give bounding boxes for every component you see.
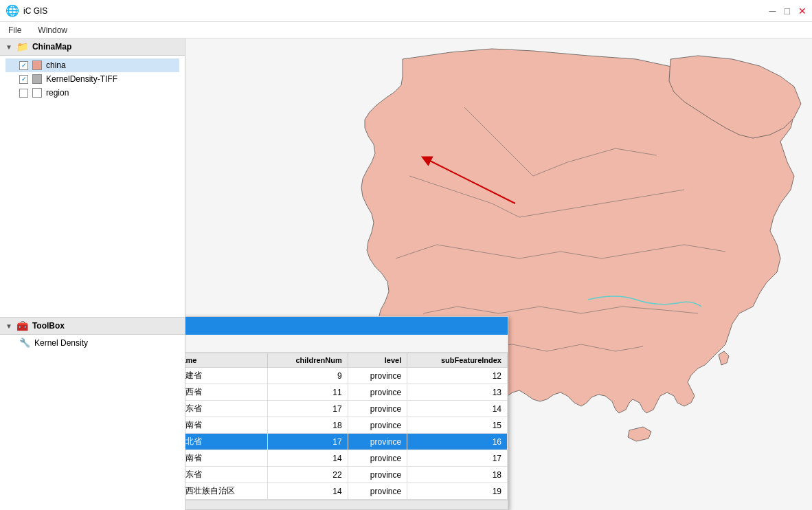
app-icon: 🌐 bbox=[5, 4, 19, 17]
table-row[interactable]: 1817430000湖南省14province17 bbox=[185, 450, 508, 467]
cell-level: province bbox=[348, 467, 407, 483]
close-button[interactable]: ✕ bbox=[798, 5, 807, 16]
cell-childrennum: 17 bbox=[267, 434, 348, 450]
col-header-level: level bbox=[348, 353, 407, 368]
cell-childrennum: 9 bbox=[267, 368, 348, 384]
cell-level: province bbox=[348, 483, 407, 500]
window-controls: ─ □ ✕ bbox=[769, 5, 807, 16]
cell-subfeatureindex: 17 bbox=[407, 450, 508, 467]
cell-childrennum: 18 bbox=[267, 417, 348, 434]
cell-subfeatureindex: 18 bbox=[407, 467, 508, 483]
layer-item-kerneldensity[interactable]: KernelDensity-TIFF bbox=[5, 72, 179, 86]
cell-name: 河南省 bbox=[185, 417, 267, 434]
map-area[interactable]: 🌐 Attribute Table ✕ FID adcode name chil… bbox=[185, 38, 812, 510]
table-row[interactable]: 1716420000湖北省17province16 bbox=[185, 434, 508, 450]
layer-checkbox-region[interactable] bbox=[19, 89, 28, 98]
col-header-subfeatureindex: subFeatureIndex bbox=[407, 353, 508, 368]
attr-table: FID adcode name childrenNum level subFea… bbox=[185, 353, 508, 500]
layer-panel: ▼ 📁 ChinaMap china KernelDensity-TIFF bbox=[0, 38, 185, 318]
cell-childrennum: 14 bbox=[267, 483, 348, 500]
attr-scroll-bottom: < bbox=[185, 500, 508, 509]
layer-panel-chevron[interactable]: ▼ bbox=[5, 43, 12, 51]
toolbox-chevron[interactable]: ▼ bbox=[5, 322, 12, 330]
layer-item-china[interactable]: china bbox=[5, 58, 179, 72]
table-row[interactable]: 1615410000河南省18province15 bbox=[185, 417, 508, 434]
cell-level: province bbox=[348, 401, 407, 417]
layer-group: china KernelDensity-TIFF region bbox=[0, 56, 185, 102]
cell-name: 广东省 bbox=[185, 467, 267, 483]
layer-color-region bbox=[32, 88, 42, 98]
attr-table-header: 🌐 Attribute Table bbox=[185, 317, 508, 335]
cell-name: 江西省 bbox=[185, 384, 267, 401]
cell-level: province bbox=[348, 450, 407, 467]
cell-subfeatureindex: 19 bbox=[407, 483, 508, 500]
cell-name: 湖北省 bbox=[185, 434, 267, 450]
cell-subfeatureindex: 16 bbox=[407, 434, 508, 450]
table-row[interactable]: 2019450000广西壮族自治区14province19 bbox=[185, 483, 508, 500]
folder-icon: 📁 bbox=[16, 41, 28, 52]
menubar: File Window bbox=[0, 22, 812, 38]
table-row[interactable]: 1918440000广东省22province18 bbox=[185, 467, 508, 483]
attr-table-body: 1312350000福建省9province121413360000江西省11p… bbox=[185, 368, 508, 500]
cell-level: province bbox=[348, 417, 407, 434]
titlebar: 🌐 iC GIS ─ □ ✕ bbox=[0, 0, 812, 22]
menu-file[interactable]: File bbox=[5, 24, 24, 36]
layer-name-china: china bbox=[46, 60, 66, 70]
cell-name: 广西壮族自治区 bbox=[185, 483, 267, 500]
attr-table-close-row: ✕ bbox=[185, 335, 508, 353]
toolbox-icon: 🧰 bbox=[16, 320, 28, 331]
layer-checkbox-kerneldensity[interactable] bbox=[19, 75, 28, 84]
layer-color-china bbox=[32, 60, 42, 70]
cell-childrennum: 14 bbox=[267, 450, 348, 467]
cell-subfeatureindex: 13 bbox=[407, 384, 508, 401]
layer-group-name: ChinaMap bbox=[32, 42, 71, 52]
table-row[interactable]: 1413360000江西省11province13 bbox=[185, 384, 508, 401]
left-panel: ▼ 📁 ChinaMap china KernelDensity-TIFF bbox=[0, 38, 185, 510]
attr-table-scroll[interactable]: FID adcode name childrenNum level subFea… bbox=[185, 353, 508, 500]
toolbox-panel-header: ▼ 🧰 ToolBox bbox=[0, 318, 185, 335]
cell-childrennum: 22 bbox=[267, 467, 348, 483]
layer-name-kerneldensity: KernelDensity-TIFF bbox=[46, 74, 117, 84]
layer-checkbox-china[interactable] bbox=[19, 61, 28, 70]
cell-level: province bbox=[348, 368, 407, 384]
toolbox-tool-name: Kernel Density bbox=[34, 338, 88, 348]
cell-subfeatureindex: 15 bbox=[407, 417, 508, 434]
table-row[interactable]: 1312350000福建省9province12 bbox=[185, 368, 508, 384]
cell-childrennum: 17 bbox=[267, 401, 348, 417]
menu-window[interactable]: Window bbox=[35, 24, 70, 36]
attribute-table: 🌐 Attribute Table ✕ FID adcode name chil… bbox=[185, 316, 508, 510]
cell-level: province bbox=[348, 384, 407, 401]
cell-level: province bbox=[348, 434, 407, 450]
toolbox-panel: ▼ 🧰 ToolBox 🔧 Kernel Density bbox=[0, 318, 185, 510]
layer-panel-header: ▼ 📁 ChinaMap bbox=[0, 38, 185, 56]
minimize-button[interactable]: ─ bbox=[769, 5, 776, 16]
cell-subfeatureindex: 12 bbox=[407, 368, 508, 384]
cell-name: 湖南省 bbox=[185, 450, 267, 467]
col-header-childrennum: childrenNum bbox=[267, 353, 348, 368]
table-row[interactable]: 1514370000山东省17province14 bbox=[185, 401, 508, 417]
cell-name: 福建省 bbox=[185, 368, 267, 384]
cell-name: 山东省 bbox=[185, 401, 267, 417]
wrench-icon: 🔧 bbox=[19, 337, 30, 348]
cell-subfeatureindex: 14 bbox=[407, 401, 508, 417]
cell-childrennum: 11 bbox=[267, 384, 348, 401]
toolbox-label: ToolBox bbox=[32, 321, 65, 331]
col-header-name: name bbox=[185, 353, 267, 368]
toolbox-item-kerneldensity[interactable]: 🔧 Kernel Density bbox=[0, 335, 185, 351]
maximize-button[interactable]: □ bbox=[785, 5, 790, 16]
app-title: iC GIS bbox=[23, 6, 47, 16]
layer-name-region: region bbox=[46, 88, 69, 98]
layer-color-kerneldensity bbox=[32, 74, 42, 84]
layer-item-region[interactable]: region bbox=[5, 86, 179, 100]
